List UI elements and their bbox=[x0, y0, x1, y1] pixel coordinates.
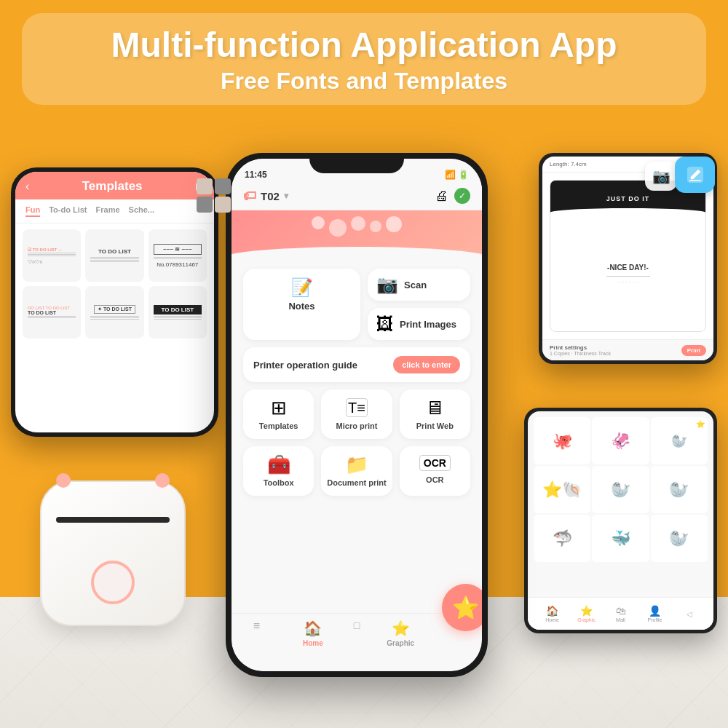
nav-home-label: Home bbox=[303, 639, 323, 647]
ocr-label: OCR bbox=[426, 475, 443, 484]
left-phone-tabs: Fun To-do List Frame Sche... bbox=[15, 199, 214, 223]
toolbox-label: Toolbox bbox=[264, 478, 294, 487]
grid-item-toolbox[interactable]: 🧰 Toolbox bbox=[243, 446, 314, 496]
card-body: -NICE DAY!- · · · · · · · · bbox=[550, 217, 705, 331]
printweb-icon: 🖥 bbox=[425, 398, 444, 417]
notes-label: Notes bbox=[288, 301, 314, 312]
app-header-left: 🏷 T02 ▾ bbox=[243, 189, 288, 204]
docprint-icon: 📁 bbox=[345, 455, 368, 474]
print-images-label: Print Images bbox=[400, 319, 456, 330]
print-button[interactable]: Print bbox=[681, 345, 706, 356]
microprint-label: Micro print bbox=[336, 422, 378, 430]
grid-item-templates[interactable]: ⊞ Templates bbox=[243, 389, 314, 439]
left-template-grid: ☑ TO DO LIST ··· ♡○♡○ TO DO LIST bbox=[15, 223, 214, 344]
ocean-nav-graphic[interactable]: ⭐ Graphic bbox=[569, 605, 604, 622]
layout-sq-4 bbox=[215, 197, 231, 213]
left-phone: ‹ Templates ⊞ Fun To-do List Frame Sche.… bbox=[11, 167, 218, 437]
left-phone-header: ‹ Templates ⊞ bbox=[15, 172, 214, 199]
template-id: T02 bbox=[261, 190, 280, 202]
printweb-label: Print Web bbox=[416, 422, 454, 430]
status-time: 11:45 bbox=[245, 170, 267, 180]
printer-guide-banner[interactable]: Printer operation guide click to enter bbox=[243, 347, 470, 382]
layout-sq-3 bbox=[197, 197, 213, 213]
grid-item-printweb[interactable]: 🖥 Print Web bbox=[400, 389, 470, 439]
ocean-cell-8[interactable]: 🐳 bbox=[592, 515, 649, 562]
nav-home[interactable]: 🏠 Home bbox=[282, 620, 344, 647]
tablet-bottom-bar: Print settings 1 Copies · Thickness Trac… bbox=[542, 339, 713, 360]
print-images-feature[interactable]: 🖼 Print Images bbox=[368, 308, 470, 340]
app-header: 🏷 T02 ▾ 🖨 ✓ bbox=[232, 185, 482, 210]
card-subtitle: -NICE DAY!- bbox=[606, 264, 650, 272]
template-item-6[interactable]: TO DO LIST bbox=[149, 286, 207, 339]
tab-frame[interactable]: Frame bbox=[96, 205, 120, 217]
toolbox-icon: 🧰 bbox=[267, 455, 290, 474]
grid-item-microprint[interactable]: T≡ Micro print bbox=[321, 389, 392, 439]
printer-body bbox=[40, 480, 186, 626]
tab-todo[interactable]: To-do List bbox=[49, 205, 87, 217]
template-item-2[interactable]: TO DO LIST bbox=[85, 229, 143, 282]
ocean-nav-home[interactable]: 🏠 Home bbox=[535, 605, 569, 622]
template-item-3[interactable]: ~~~ ≋ ~~~ No.0789311467 bbox=[149, 229, 207, 282]
print-settings-text: Print settings 1 Copies · Thickness Trac… bbox=[550, 344, 611, 356]
left-phone-title: Templates bbox=[82, 179, 143, 194]
ocean-cell-1[interactable]: 🐙 bbox=[534, 417, 590, 464]
grid-item-ocr[interactable]: OCR OCR bbox=[400, 446, 470, 496]
ocr-icon: OCR bbox=[419, 455, 451, 471]
printer-guide-button[interactable]: click to enter bbox=[393, 356, 460, 373]
right-bottom-tablet-screen: 🐙 🦑 🦭 ⭐ ⭐🐚 🦭 🦭 🦈 🐳 🦭 🏠 Home ⭐ Graphic bbox=[528, 411, 713, 630]
phone-bottom-nav: ≡ 🏠 Home □ ⭐ Graphic ◁ bbox=[232, 613, 482, 671]
notes-feature[interactable]: 📝 Notes bbox=[243, 269, 360, 340]
camera-bubble: 📷 bbox=[645, 162, 677, 191]
template-card: JUST DO IT -NICE DAY!- · · · · · · · · bbox=[550, 180, 706, 332]
docprint-label: Document print bbox=[327, 478, 386, 487]
ocean-cell-9[interactable]: 🦭 bbox=[651, 515, 708, 562]
layout-squares bbox=[197, 178, 231, 213]
feature-row: 📝 Notes 📷 Scan 🖼 Print Images bbox=[243, 269, 470, 340]
nav-graphic[interactable]: ⭐ Graphic bbox=[369, 620, 432, 647]
ocean-cell-2[interactable]: 🦑 bbox=[592, 417, 649, 464]
printer-button[interactable] bbox=[91, 561, 135, 604]
tablet-top-content: JUST DO IT -NICE DAY!- · · · · · · · · bbox=[542, 173, 713, 339]
header-actions: 🖨 ✓ bbox=[435, 188, 470, 204]
ocean-grid: 🐙 🦑 🦭 ⭐ ⭐🐚 🦭 🦭 🦈 🐳 🦭 bbox=[528, 411, 713, 568]
grid-item-docprint[interactable]: 📁 Document print bbox=[321, 446, 392, 496]
header-box: Multi-function Application App Free Font… bbox=[22, 13, 706, 105]
ocean-cell-3[interactable]: 🦭 ⭐ bbox=[651, 417, 708, 464]
printer-guide-text: Printer operation guide bbox=[253, 360, 357, 371]
app-grid: ⊞ Templates T≡ Micro print 🖥 Print Web 🧰… bbox=[243, 389, 470, 496]
ocean-bottom-nav: 🏠 Home ⭐ Graphic 🛍 Mall 👤 Profile ◁ bbox=[528, 597, 713, 630]
header-title: Multi-function Application App bbox=[36, 26, 692, 65]
tab-fun[interactable]: Fun bbox=[25, 205, 40, 217]
templates-icon: ⊞ bbox=[271, 398, 287, 417]
template-item-4[interactable]: DO LIST TO DO LIST TO DO LIST bbox=[23, 286, 81, 339]
phone-notch bbox=[309, 153, 404, 173]
edit-bubble[interactable] bbox=[675, 157, 715, 193]
scan-feature[interactable]: 📷 Scan bbox=[368, 269, 470, 301]
header-subtitle: Free Fonts and Templates bbox=[36, 68, 692, 95]
layout-sq-2 bbox=[215, 178, 231, 194]
ocean-cell-6[interactable]: 🦭 bbox=[651, 466, 708, 513]
printer-device bbox=[22, 480, 204, 655]
feature-right-col: 📷 Scan 🖼 Print Images bbox=[368, 269, 470, 340]
layout-sq-1 bbox=[197, 178, 213, 194]
templates-label: Templates bbox=[259, 422, 298, 430]
printer-ear-right bbox=[155, 473, 170, 488]
notes-icon: 📝 bbox=[291, 279, 313, 296]
status-icons: 📶 🔋 bbox=[445, 170, 469, 180]
left-phone-screen: ‹ Templates ⊞ Fun To-do List Frame Sche.… bbox=[15, 172, 214, 432]
ocean-cell-7[interactable]: 🦈 bbox=[534, 515, 590, 562]
ocean-cell-5[interactable]: 🦭 bbox=[592, 466, 649, 513]
card-wave bbox=[550, 208, 705, 217]
right-bottom-tablet: 🐙 🦑 🦭 ⭐ ⭐🐚 🦭 🦭 🦈 🐳 🦭 🏠 Home ⭐ Graphic bbox=[524, 408, 717, 633]
ocean-nav-profile[interactable]: 👤 Profile bbox=[638, 605, 672, 622]
ocean-cell-4[interactable]: ⭐🐚 bbox=[534, 466, 590, 513]
printer-paper-slot bbox=[56, 517, 170, 523]
template-item-5[interactable]: ✦ TO DO LIST bbox=[85, 286, 143, 339]
ocean-nav-mall[interactable]: 🛍 Mall bbox=[604, 605, 638, 622]
tab-schedule[interactable]: Sche... bbox=[129, 205, 154, 217]
phone-main-content: 📝 Notes 📷 Scan 🖼 Print Images Printer o bbox=[232, 261, 482, 510]
print-images-icon: 🖼 bbox=[376, 315, 394, 333]
microprint-icon: T≡ bbox=[346, 398, 368, 417]
wave-banner bbox=[232, 210, 482, 261]
template-item-1[interactable]: ☑ TO DO LIST ··· ♡○♡○ bbox=[23, 229, 81, 282]
